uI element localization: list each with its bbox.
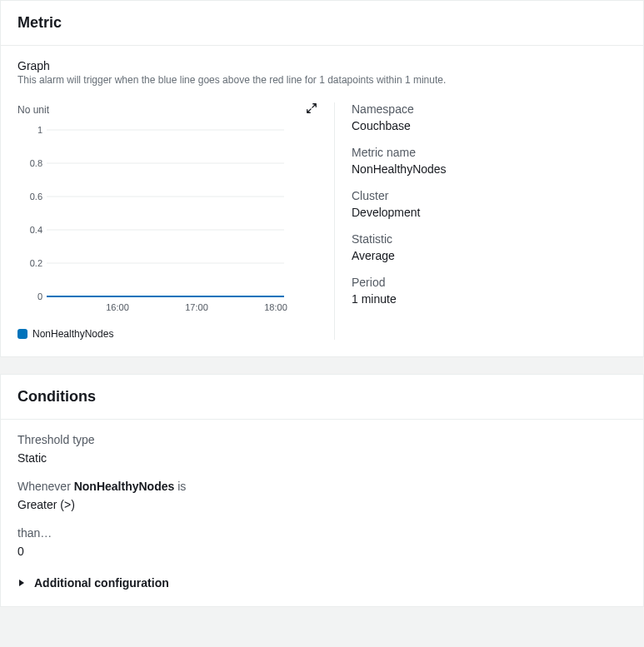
chart-top-row: No unit <box>17 102 317 117</box>
metric-panel-body: Graph This alarm will trigger when the b… <box>1 46 643 356</box>
metric-panel-header: Metric <box>1 1 643 46</box>
whenever-suffix: is <box>174 480 186 493</box>
caret-right-icon <box>17 579 26 587</box>
than-value: 0 <box>17 545 627 558</box>
threshold-type-label: Threshold type <box>17 433 627 446</box>
expand-icon[interactable] <box>306 102 317 117</box>
additional-configuration-label: Additional configuration <box>34 576 169 590</box>
conditions-title: Conditions <box>17 388 627 406</box>
chart-column: No unit 1 0.8 0.6 <box>17 102 317 340</box>
metric-metadata: Namespace Couchbase Metric name NonHealt… <box>334 102 627 340</box>
namespace-label: Namespace <box>352 102 627 116</box>
graph-description: This alarm will trigger when the blue li… <box>17 74 627 86</box>
graph-row: No unit 1 0.8 0.6 <box>17 102 627 340</box>
conditions-panel-body: Threshold type Static Whenever NonHealth… <box>1 420 643 606</box>
period-value: 1 minute <box>352 292 627 306</box>
metric-panel: Metric Graph This alarm will trigger whe… <box>0 0 644 357</box>
x-tick: 17:00 <box>185 302 208 312</box>
comparison-operator-value: Greater (>) <box>17 498 627 511</box>
metric-name-value: NonHealthyNodes <box>352 162 627 176</box>
metric-chart: 1 0.8 0.6 0.4 0.2 0 16:00 17:00 18:00 <box>17 123 292 315</box>
statistic-value: Average <box>352 249 627 262</box>
chart-unit-label: No unit <box>17 104 49 116</box>
y-tick: 0.8 <box>30 158 42 168</box>
whenever-metric: NonHealthyNodes <box>74 480 175 493</box>
period-label: Period <box>352 276 627 289</box>
conditions-panel-header: Conditions <box>1 375 643 420</box>
threshold-type-value: Static <box>17 451 627 465</box>
y-tick: 0.4 <box>30 225 42 235</box>
y-tick: 1 <box>37 125 42 135</box>
y-tick: 0.6 <box>30 192 42 202</box>
whenever-prefix: Whenever <box>17 480 74 493</box>
cluster-value: Development <box>352 206 627 219</box>
metric-title: Metric <box>17 14 627 32</box>
graph-heading: Graph <box>17 59 627 72</box>
additional-configuration-toggle[interactable]: Additional configuration <box>17 573 627 590</box>
y-tick: 0 <box>37 291 42 301</box>
metric-name-label: Metric name <box>352 146 627 159</box>
conditions-panel: Conditions Threshold type Static Wheneve… <box>0 374 644 607</box>
legend-label: NonHealthyNodes <box>32 328 113 340</box>
legend-swatch-icon <box>17 329 27 339</box>
x-tick: 18:00 <box>264 302 287 312</box>
than-label: than… <box>17 526 627 540</box>
namespace-value: Couchbase <box>352 119 627 132</box>
whenever-label: Whenever NonHealthyNodes is <box>17 480 627 493</box>
cluster-label: Cluster <box>352 189 627 202</box>
statistic-label: Statistic <box>352 232 627 246</box>
x-tick: 16:00 <box>106 302 129 312</box>
chart-legend: NonHealthyNodes <box>17 328 317 340</box>
y-tick: 0.2 <box>30 258 42 268</box>
